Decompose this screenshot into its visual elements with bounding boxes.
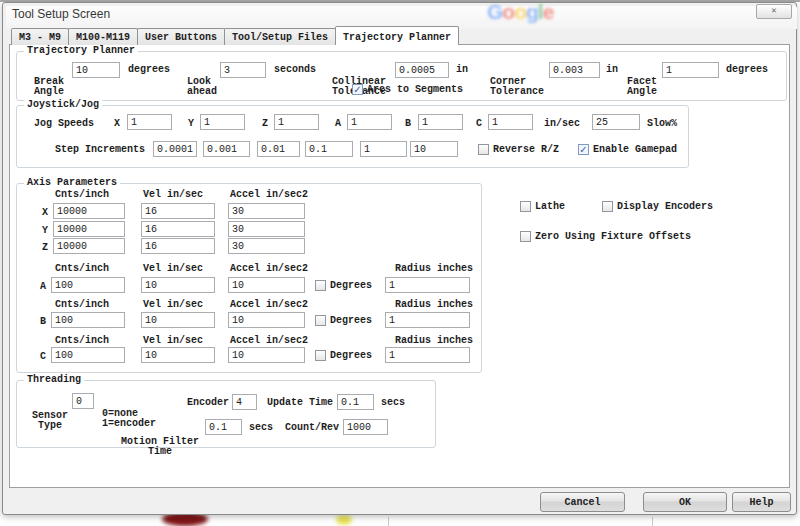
checkbox-label: Lathe: [535, 201, 565, 212]
axis-x-cnts-input[interactable]: [53, 203, 125, 219]
group-box: [16, 380, 436, 448]
sensor-type-input[interactable]: [72, 393, 94, 409]
motion-filter-time-label: Motion FilterTime: [120, 417, 200, 477]
checkbox-box-icon[interactable]: [578, 144, 589, 155]
step-increment-4-input[interactable]: [305, 141, 353, 157]
checkbox-box-icon[interactable]: [602, 201, 613, 212]
axis-b-vel-input[interactable]: [141, 312, 215, 328]
checkbox-label: Reverse R/Z: [493, 144, 559, 155]
update-time-input[interactable]: [337, 394, 374, 410]
jog-y-input[interactable]: [200, 114, 245, 130]
jog-a-input[interactable]: [347, 114, 392, 130]
accel-header: Accel in/sec2: [230, 336, 308, 346]
ok-button[interactable]: OK: [643, 492, 727, 512]
tab-strip: M3 - M9 M100-M119 User Buttons Tool/Setu…: [11, 26, 458, 45]
tab-m100-m119[interactable]: M100-M119: [68, 28, 138, 45]
look-ahead-input[interactable]: [220, 62, 266, 78]
axis-y-cnts-input[interactable]: [53, 221, 125, 237]
checkbox-box-icon[interactable]: [315, 280, 326, 291]
in-unit-label: in: [606, 65, 618, 75]
axis-z-vel-input[interactable]: [141, 238, 215, 254]
reverse-rz-checkbox[interactable]: Reverse R/Z: [478, 143, 559, 156]
axis-x-accel-input[interactable]: [228, 203, 305, 219]
step-increment-3-input[interactable]: [257, 141, 300, 157]
axis-a-vel-input[interactable]: [141, 277, 215, 293]
corner-tolerance-input[interactable]: [549, 62, 600, 78]
cnts-inch-header: Cnts/inch: [55, 190, 109, 200]
group-title: Axis Parameters: [24, 177, 120, 188]
jog-c-input[interactable]: [488, 114, 533, 130]
facet-angle-input[interactable]: [662, 62, 719, 78]
background-divider: [388, 517, 389, 526]
step-increment-5-input[interactable]: [360, 141, 407, 157]
axis-y-vel-input[interactable]: [141, 221, 215, 237]
axis-y-accel-input[interactable]: [228, 221, 305, 237]
arcs-to-segments-checkbox[interactable]: Arcs to Segments: [352, 83, 463, 96]
vel-header: Vel in/sec: [143, 300, 203, 310]
zero-fixture-offsets-checkbox[interactable]: Zero Using Fixture Offsets: [520, 230, 691, 243]
axis-c-vel-input[interactable]: [141, 347, 215, 363]
axis-c-accel-input[interactable]: [228, 347, 305, 363]
help-button[interactable]: Help: [732, 492, 791, 512]
collinear-tolerance-input[interactable]: [395, 62, 449, 78]
jog-z-label: Z: [262, 119, 268, 129]
jog-c-label: C: [476, 119, 482, 129]
screen: Tool Setup Screen Google ✕ M3 - M9 M100-…: [0, 0, 800, 526]
step-increment-2-input[interactable]: [203, 141, 250, 157]
checkbox-label: Degrees: [330, 350, 372, 361]
axis-z-cnts-input[interactable]: [53, 238, 125, 254]
slow-percent-input[interactable]: [592, 114, 640, 130]
accel-header: Accel in/sec2: [230, 264, 308, 274]
checkbox-box-icon[interactable]: [352, 84, 363, 95]
enable-gamepad-checkbox[interactable]: Enable Gamepad: [578, 143, 677, 156]
checkbox-box-icon[interactable]: [520, 231, 531, 242]
axis-c-cnts-input[interactable]: [51, 347, 125, 363]
step-increment-6-input[interactable]: [410, 141, 458, 157]
step-increment-1-input[interactable]: [153, 141, 197, 157]
radius-b-input[interactable]: [385, 312, 470, 328]
degrees-b-checkbox[interactable]: Degrees: [315, 314, 372, 327]
count-rev-label: Count/Rev: [285, 423, 339, 433]
axis-x-label: X: [42, 208, 48, 218]
encoder-input[interactable]: [232, 394, 257, 410]
degrees-a-checkbox[interactable]: Degrees: [315, 279, 372, 292]
lathe-checkbox[interactable]: Lathe: [520, 200, 565, 213]
background-logo-fragment: [336, 515, 352, 525]
radius-c-input[interactable]: [385, 347, 470, 363]
close-button[interactable]: ✕: [756, 4, 792, 19]
vel-header: Vel in/sec: [143, 264, 203, 274]
axis-a-cnts-input[interactable]: [51, 277, 125, 293]
checkbox-label: Degrees: [330, 315, 372, 326]
watermark-letter: o: [502, 0, 514, 23]
display-encoders-checkbox[interactable]: Display Encoders: [602, 200, 713, 213]
axis-x-vel-input[interactable]: [141, 203, 215, 219]
radius-a-input[interactable]: [385, 277, 470, 293]
count-rev-input[interactable]: [343, 419, 388, 435]
degrees-c-checkbox[interactable]: Degrees: [315, 349, 372, 362]
group-title: Joystick/Jog: [24, 99, 102, 110]
checkbox-label: Display Encoders: [617, 201, 713, 212]
checkbox-box-icon[interactable]: [478, 144, 489, 155]
axis-b-accel-input[interactable]: [228, 312, 305, 328]
checkbox-label: Degrees: [330, 280, 372, 291]
jog-y-label: Y: [188, 119, 194, 129]
axis-b-cnts-input[interactable]: [51, 312, 125, 328]
axis-z-accel-input[interactable]: [228, 238, 305, 254]
motion-filter-time-input[interactable]: [205, 419, 242, 435]
jog-z-input[interactable]: [274, 114, 319, 130]
jog-x-input[interactable]: [127, 114, 172, 130]
axis-a-accel-input[interactable]: [228, 277, 305, 293]
checkbox-box-icon[interactable]: [520, 201, 531, 212]
tab-user-buttons[interactable]: User Buttons: [137, 28, 225, 45]
update-time-label: Update Time: [267, 398, 333, 408]
watermark-letter: e: [543, 0, 554, 23]
axis-b-label: B: [40, 317, 46, 327]
tab-tool-setup-files[interactable]: Tool/Setup Files: [224, 28, 336, 45]
tab-trajectory-planner[interactable]: Trajectory Planner: [335, 26, 459, 45]
checkbox-box-icon[interactable]: [315, 350, 326, 361]
checkbox-box-icon[interactable]: [315, 315, 326, 326]
break-angle-input[interactable]: [72, 62, 120, 78]
cancel-button[interactable]: Cancel: [540, 492, 625, 512]
jog-b-input[interactable]: [418, 114, 463, 130]
tab-m3-m9[interactable]: M3 - M9: [11, 28, 69, 45]
